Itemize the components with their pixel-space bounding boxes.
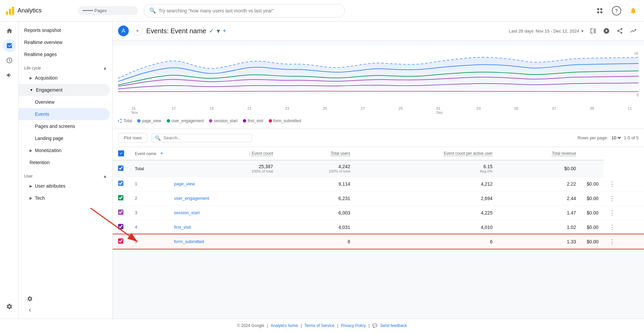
event-link-session_start[interactable]: session_start (174, 210, 200, 215)
row-checkbox-3[interactable] (118, 224, 123, 229)
content-area: A + Events: Event name ✓ ▾ + Last 28 day… (113, 21, 644, 319)
avatar[interactable]: A (118, 26, 129, 36)
lifecycle-collapse-icon[interactable]: ▲ (103, 66, 107, 70)
apps-icon[interactable] (594, 5, 605, 16)
rows-per-page-select[interactable]: 10 25 50 (610, 135, 622, 141)
svg-rect-5 (597, 11, 599, 13)
row-checkbox-cell (113, 205, 129, 220)
row-name-cell[interactable]: form_submitted (169, 234, 278, 249)
main-layout: Reports snapshot Realtime overview Realt… (0, 21, 644, 319)
row-per-user-cell: 1.33 (498, 234, 581, 249)
sidebar-item-reports-snapshot[interactable]: Reports snapshot (19, 24, 110, 36)
row-more-button-1[interactable]: ⋮ (609, 195, 615, 202)
sidebar-item-retention[interactable]: Retention (19, 156, 110, 169)
insights-icon[interactable] (628, 26, 639, 36)
footer-feedback[interactable]: Send feedback (380, 323, 407, 328)
event-link-form_submitted[interactable]: form_submitted (174, 239, 204, 244)
sidebar-item-events[interactable]: Events (19, 108, 110, 120)
realtime-icon[interactable] (3, 54, 16, 67)
property-selector[interactable]: ••••••• Pages (78, 6, 138, 15)
row-event-count-cell: 6,231 (278, 191, 356, 205)
event-link-user_engagement[interactable]: user_engagement (174, 196, 209, 201)
sidebar-item-realtime-pages[interactable]: Realtime pages (19, 48, 110, 60)
row-total-users-cell: 2,694 (356, 191, 498, 205)
th-total-users[interactable]: Total users (278, 147, 356, 160)
legend-dot-total (118, 119, 122, 123)
reports-icon[interactable] (3, 39, 16, 52)
row-name-cell[interactable]: first_visit (169, 220, 278, 234)
sidebar-item-tech[interactable]: ▶ Tech (19, 192, 110, 204)
save-report-icon[interactable] (601, 26, 612, 36)
th-event-name: Event name + (129, 147, 169, 160)
sidebar-item-user-attributes[interactable]: ▶ User attributes (19, 180, 110, 192)
table-search[interactable]: 🔍 (151, 134, 252, 142)
row-name-cell[interactable]: user_engagement (169, 191, 278, 205)
sidebar-settings[interactable] (21, 293, 38, 304)
user-collapse-icon[interactable]: ▲ (103, 174, 107, 179)
plot-rows-button[interactable]: Plot rows (118, 133, 147, 143)
row-checkbox-cell (113, 220, 129, 234)
compare-icon[interactable] (588, 26, 598, 36)
title-dropdown-icon[interactable]: ▾ (217, 27, 220, 35)
row-name-cell[interactable]: page_view (169, 177, 278, 191)
select-all-checkbox[interactable]: ✓ (118, 150, 124, 156)
row-more-button-4[interactable]: ⋮ (609, 238, 615, 245)
help-icon[interactable]: ? (612, 6, 621, 15)
add-column-button[interactable]: + (160, 150, 163, 156)
row-more-button-2[interactable]: ⋮ (609, 209, 615, 216)
th-total-revenue[interactable]: Total revenue (498, 147, 581, 160)
search-input[interactable] (159, 8, 339, 13)
sidebar-item-realtime-overview[interactable]: Realtime overview (19, 36, 110, 48)
th-event-count[interactable]: ↓ Event count (169, 147, 278, 160)
sidebar-item-acquisition[interactable]: ▶ Acquisition (19, 72, 110, 84)
row-more-button-3[interactable]: ⋮ (609, 224, 615, 231)
settings-icon[interactable] (3, 300, 16, 313)
advertising-icon[interactable] (3, 68, 16, 82)
total-checkbox[interactable] (118, 165, 123, 171)
row-more-cell: ⋮ (604, 205, 644, 220)
notification-icon[interactable] (628, 5, 639, 16)
legend-dot-page-view (137, 119, 141, 123)
row-more-button-0[interactable]: ⋮ (609, 181, 615, 187)
total-users-cell: 4,242 100% of total (278, 160, 356, 177)
row-checkbox-1[interactable] (118, 195, 123, 200)
event-link-page_view[interactable]: page_view (174, 181, 195, 186)
report-header: A + Events: Event name ✓ ▾ + Last 28 day… (113, 21, 644, 41)
legend-first-visit: first_visit (243, 118, 263, 123)
svg-rect-0 (6, 11, 8, 15)
share-icon[interactable] (614, 26, 625, 36)
sidebar-item-engagement[interactable]: ▼ Engagement (19, 84, 110, 96)
search-bar[interactable]: 🔍 (144, 4, 345, 17)
total-label-cell: Total (129, 160, 169, 177)
row-event-count-cell: 4,031 (278, 220, 356, 234)
legend-total: Total (118, 118, 132, 123)
footer-terms[interactable]: Terms of Service (305, 323, 334, 328)
row-num-cell: 2 (129, 191, 169, 205)
table-search-input[interactable] (163, 135, 248, 140)
row-num-cell: 1 (129, 177, 169, 191)
date-dropdown-icon: ▾ (581, 29, 584, 34)
sidebar-item-pages-screens[interactable]: Pages and screens (19, 120, 110, 132)
row-checkbox-4[interactable] (118, 238, 123, 244)
date-range-selector[interactable]: Last 28 days Nov 15 - Dec 12, 2024 ▾ (509, 29, 584, 34)
home-icon[interactable] (3, 24, 16, 38)
event-link-first_visit[interactable]: first_visit (174, 225, 191, 230)
add-metric-icon[interactable]: + (223, 28, 226, 35)
footer-privacy[interactable]: Privacy Policy (341, 323, 366, 328)
sidebar-item-monetization[interactable]: ▶ Monetization (19, 144, 110, 156)
footer-analytics-home[interactable]: Analytics home (271, 323, 298, 328)
sidebar-collapse[interactable] (21, 304, 38, 316)
row-checkbox-0[interactable] (118, 181, 123, 186)
add-compare-button[interactable]: + (133, 26, 142, 36)
th-event-count-per-user[interactable]: Event count per active user (356, 147, 498, 160)
row-total-users-cell: 6 (356, 234, 498, 249)
svg-rect-3 (597, 8, 599, 10)
row-checkbox-cell (113, 234, 129, 249)
svg-rect-4 (600, 8, 602, 10)
th-actions (581, 147, 604, 160)
sidebar-item-landing-page[interactable]: Landing page (19, 132, 110, 144)
sidebar-item-overview[interactable]: Overview (19, 96, 110, 108)
row-name-cell[interactable]: session_start (169, 205, 278, 220)
expand-icon: ▶ (30, 148, 32, 153)
row-checkbox-2[interactable] (118, 209, 123, 215)
